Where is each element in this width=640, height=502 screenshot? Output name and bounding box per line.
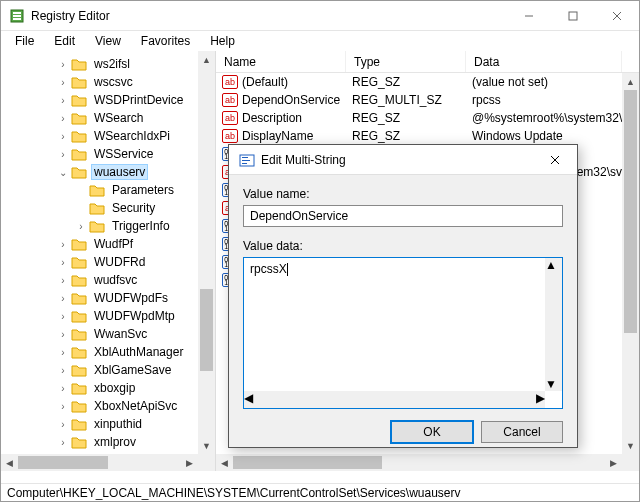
- tree-node[interactable]: ›WSService: [1, 145, 215, 163]
- chevron-right-icon[interactable]: ›: [57, 328, 69, 340]
- chevron-right-icon[interactable]: ›: [57, 238, 69, 250]
- tree-node-label: ws2ifsl: [91, 56, 133, 72]
- window-title: Registry Editor: [31, 9, 507, 23]
- scroll-up-icon[interactable]: ▲: [622, 73, 639, 90]
- folder-icon: [71, 309, 87, 323]
- tree-node[interactable]: ›xboxgip: [1, 379, 215, 397]
- cell-type: REG_SZ: [352, 129, 472, 143]
- tree-node[interactable]: ›wudfsvc: [1, 271, 215, 289]
- scroll-up-icon[interactable]: ▲: [545, 258, 562, 272]
- menu-help[interactable]: Help: [202, 32, 243, 50]
- col-name[interactable]: Name: [216, 51, 346, 72]
- scroll-right-icon[interactable]: ▶: [605, 454, 622, 471]
- scroll-down-icon[interactable]: ▼: [622, 437, 639, 454]
- dialog-close-button[interactable]: [535, 146, 575, 174]
- string-value-icon: ab: [222, 74, 238, 90]
- chevron-right-icon[interactable]: ›: [75, 220, 87, 232]
- tree-node[interactable]: ›WUDFRd: [1, 253, 215, 271]
- tree-node-label: TriggerInfo: [109, 218, 173, 234]
- scroll-down-icon[interactable]: ▼: [198, 437, 215, 454]
- textarea-vscroll[interactable]: ▲ ▼: [545, 258, 562, 391]
- chevron-right-icon[interactable]: ›: [57, 346, 69, 358]
- ok-button[interactable]: OK: [391, 421, 473, 443]
- folder-icon: [89, 219, 105, 233]
- tree-node[interactable]: ›Parameters: [1, 181, 215, 199]
- chevron-right-icon[interactable]: ›: [57, 364, 69, 376]
- chevron-right-icon[interactable]: ›: [57, 130, 69, 142]
- list-row[interactable]: abDescriptionREG_SZ@%systemroot%\system3…: [216, 109, 639, 127]
- tree-node[interactable]: ›WUDFWpdFs: [1, 289, 215, 307]
- menu-edit[interactable]: Edit: [46, 32, 83, 50]
- string-value-icon: ab: [222, 128, 238, 144]
- svg-rect-3: [13, 18, 21, 20]
- tree-vscroll[interactable]: ▲ ▼: [198, 51, 215, 454]
- string-value-icon: ab: [222, 110, 238, 126]
- tree-node[interactable]: ›WSearchIdxPi: [1, 127, 215, 145]
- chevron-right-icon[interactable]: ›: [57, 400, 69, 412]
- chevron-right-icon[interactable]: ›: [57, 256, 69, 268]
- minimize-button[interactable]: [507, 1, 551, 31]
- svg-rect-1: [13, 12, 21, 14]
- tree-node[interactable]: ›WUDFWpdMtp: [1, 307, 215, 325]
- tree-node[interactable]: ›WudfPf: [1, 235, 215, 253]
- tree-node[interactable]: ›ws2ifsl: [1, 55, 215, 73]
- tree-node-label: WUDFRd: [91, 254, 148, 270]
- chevron-right-icon[interactable]: ›: [57, 274, 69, 286]
- tree-node[interactable]: ›XboxNetApiSvc: [1, 397, 215, 415]
- menu-view[interactable]: View: [87, 32, 129, 50]
- tree-node[interactable]: ›TriggerInfo: [1, 217, 215, 235]
- menubar: File Edit View Favorites Help: [1, 31, 639, 51]
- chevron-down-icon[interactable]: ⌄: [57, 166, 69, 178]
- value-data-textarea[interactable]: rpcssX: [243, 257, 563, 409]
- col-data[interactable]: Data: [466, 51, 622, 72]
- menu-favorites[interactable]: Favorites: [133, 32, 198, 50]
- list-row[interactable]: ab(Default)REG_SZ(value not set): [216, 73, 639, 91]
- list-header: Name Type Data: [216, 51, 639, 73]
- col-type[interactable]: Type: [346, 51, 466, 72]
- chevron-right-icon[interactable]: ›: [57, 382, 69, 394]
- list-row[interactable]: abDisplayNameREG_SZWindows Update: [216, 127, 639, 145]
- folder-icon: [71, 417, 87, 431]
- tree-node[interactable]: ›xinputhid: [1, 415, 215, 433]
- list-vscroll[interactable]: ▲ ▼: [622, 73, 639, 454]
- scroll-right-icon[interactable]: ▶: [181, 454, 198, 471]
- scroll-up-icon[interactable]: ▲: [198, 51, 215, 68]
- chevron-right-icon[interactable]: ›: [57, 148, 69, 160]
- tree-node[interactable]: ›Security: [1, 199, 215, 217]
- chevron-right-icon[interactable]: ›: [57, 112, 69, 124]
- svg-rect-11: [242, 163, 247, 164]
- tree-node-label: WUDFWpdMtp: [91, 308, 178, 324]
- tree-node[interactable]: ›WSDPrintDevice: [1, 91, 215, 109]
- scroll-left-icon[interactable]: ◀: [1, 454, 18, 471]
- tree-node[interactable]: ›XblAuthManager: [1, 343, 215, 361]
- chevron-right-icon[interactable]: ›: [57, 292, 69, 304]
- maximize-button[interactable]: [551, 1, 595, 31]
- list-row[interactable]: abDependOnServiceREG_MULTI_SZrpcss: [216, 91, 639, 109]
- scroll-down-icon[interactable]: ▼: [545, 377, 562, 391]
- textarea-hscroll[interactable]: ◀ ▶: [244, 391, 545, 408]
- chevron-right-icon[interactable]: ›: [57, 418, 69, 430]
- tree-node-label: xboxgip: [91, 380, 138, 396]
- tree-node[interactable]: ›wscsvc: [1, 73, 215, 91]
- tree-node[interactable]: ›xmlprov: [1, 433, 215, 451]
- value-name-input[interactable]: [243, 205, 563, 227]
- chevron-right-icon[interactable]: ›: [57, 436, 69, 448]
- tree-node[interactable]: ›WwanSvc: [1, 325, 215, 343]
- scroll-right-icon[interactable]: ▶: [536, 391, 545, 408]
- chevron-right-icon[interactable]: ›: [57, 58, 69, 70]
- menu-file[interactable]: File: [7, 32, 42, 50]
- scroll-left-icon[interactable]: ◀: [216, 454, 233, 471]
- chevron-right-icon[interactable]: ›: [57, 76, 69, 88]
- chevron-right-icon[interactable]: ›: [57, 94, 69, 106]
- tree-node[interactable]: ⌄wuauserv: [1, 163, 215, 181]
- scroll-left-icon[interactable]: ◀: [244, 391, 253, 408]
- chevron-right-icon[interactable]: ›: [57, 310, 69, 322]
- tree-node[interactable]: ›WSearch: [1, 109, 215, 127]
- close-button[interactable]: [595, 1, 639, 31]
- tree-node[interactable]: ›XblGameSave: [1, 361, 215, 379]
- list-hscroll[interactable]: ◀ ▶: [216, 454, 622, 471]
- tree-hscroll[interactable]: ◀ ▶: [1, 454, 198, 471]
- folder-icon: [71, 327, 87, 341]
- cancel-button[interactable]: Cancel: [481, 421, 563, 443]
- cell-name: (Default): [242, 75, 352, 89]
